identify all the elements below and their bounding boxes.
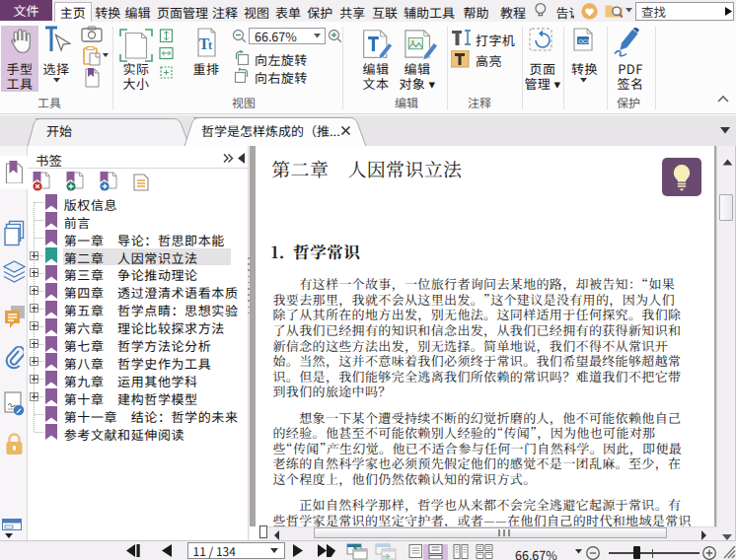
svg-text:t: t (208, 38, 212, 52)
svg-text:OCR: OCR (578, 38, 592, 44)
